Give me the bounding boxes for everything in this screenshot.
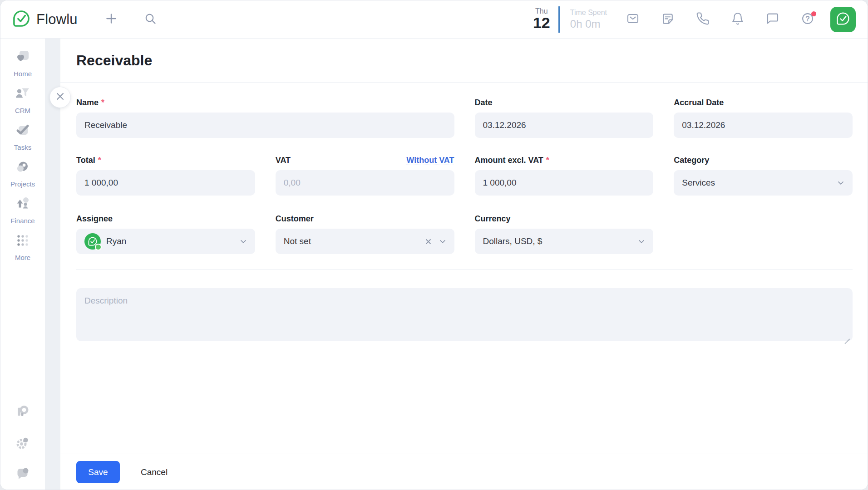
plus-icon (104, 11, 118, 28)
assignee-value: Ryan (106, 236, 235, 246)
description-textarea[interactable] (76, 288, 853, 341)
assignee-avatar (84, 233, 101, 250)
projects-icon (15, 159, 31, 177)
currency-value: Dollars, USD, $ (483, 236, 634, 246)
calendar-divider (558, 6, 560, 33)
notifications-button[interactable] (727, 9, 748, 30)
close-icon (55, 92, 65, 103)
more-grid-icon (15, 232, 31, 250)
assignee-label: Assignee (76, 214, 255, 224)
notes-button[interactable] (657, 9, 678, 30)
time-spent-label: Time Spent (570, 8, 607, 18)
shield-check-icon (836, 11, 850, 28)
customer-value: Not set (284, 236, 425, 246)
alert-dot (811, 11, 816, 16)
sidebar: Home CRM Tasks (0, 39, 45, 490)
currency-label: Currency (475, 214, 654, 224)
sidebar-item-label: Projects (10, 180, 35, 188)
accrual-date-label: Accrual Date (674, 98, 853, 108)
customer-select[interactable]: Not set (276, 229, 454, 254)
cancel-button[interactable]: Cancel (138, 467, 170, 478)
section-divider (76, 270, 853, 270)
main-area: Receivable Name* Date (45, 39, 868, 490)
phone-icon (696, 12, 710, 27)
save-button[interactable]: Save (76, 461, 120, 483)
sidebar-item-finance[interactable]: Finance (10, 196, 35, 225)
amount-excl-vat-input[interactable] (475, 170, 654, 196)
chat-icon (766, 12, 779, 27)
total-input[interactable] (76, 170, 255, 196)
time-spent-value: 0h 0m (570, 18, 607, 30)
chevron-down-icon (438, 237, 447, 246)
svg-text:?: ? (805, 15, 810, 22)
name-field-group: Name* (76, 98, 454, 138)
time-spent[interactable]: Time Spent 0h 0m (570, 8, 607, 30)
topbar-right: Thu 12 Time Spent 0h 0m (533, 6, 856, 33)
assignee-select[interactable]: Ryan (76, 229, 255, 254)
customer-field-group: Customer Not set (276, 214, 454, 254)
name-input[interactable] (76, 113, 454, 138)
sidebar-item-projects[interactable]: Projects (10, 159, 35, 188)
flowlu-logo-icon (12, 10, 30, 29)
date-label: Date (475, 98, 654, 108)
finance-icon (15, 196, 31, 214)
day-number: 12 (533, 15, 550, 31)
category-select[interactable]: Services (674, 170, 853, 196)
required-mark: * (101, 98, 104, 108)
receivable-panel: Receivable Name* Date (60, 39, 868, 490)
customer-label: Customer (276, 214, 454, 224)
without-vat-link[interactable]: Without VAT (406, 156, 454, 165)
calendar-date[interactable]: Thu 12 (533, 7, 550, 31)
clear-icon[interactable] (425, 238, 432, 245)
close-button[interactable] (49, 87, 71, 108)
sidebar-item-label: Tasks (14, 143, 31, 151)
home-icon (15, 49, 31, 67)
search-icon (143, 12, 157, 27)
tasks-icon (15, 122, 31, 140)
product-logo-icon[interactable] (15, 404, 31, 422)
sidebar-item-crm[interactable]: CRM (15, 85, 31, 114)
vat-label-row: VAT Without VAT (276, 155, 454, 165)
chevron-down-icon (239, 237, 248, 246)
vat-field-group: VAT Without VAT (276, 155, 454, 196)
total-field-group: Total* (76, 155, 255, 196)
messenger-button[interactable] (762, 9, 783, 30)
category-value: Services (682, 178, 833, 188)
vat-input[interactable] (276, 170, 454, 196)
date-input[interactable] (475, 113, 654, 138)
search-button[interactable] (140, 10, 160, 29)
required-mark: * (98, 156, 101, 165)
chevron-down-icon (637, 237, 646, 246)
accrual-date-input[interactable] (674, 113, 853, 138)
date-field-group: Date (475, 98, 654, 138)
brand-name: Flowlu (36, 11, 78, 28)
currency-select[interactable]: Dollars, USD, $ (475, 229, 654, 254)
brand[interactable]: Flowlu (12, 10, 78, 29)
bell-icon (731, 12, 745, 27)
total-label: Total* (76, 155, 255, 165)
calls-button[interactable] (692, 9, 713, 30)
name-label: Name* (76, 98, 454, 108)
create-button[interactable] (101, 10, 121, 29)
crm-icon (15, 85, 31, 103)
app-body: Home CRM Tasks (0, 39, 868, 490)
sidebar-item-label: More (15, 254, 30, 261)
account-avatar[interactable] (830, 7, 856, 32)
amount-excl-vat-label: Amount excl. VAT* (475, 155, 654, 165)
mail-button[interactable] (622, 9, 643, 30)
accrual-date-field-group: Accrual Date (674, 98, 853, 138)
page-title: Receivable (76, 52, 152, 69)
top-bar: Flowlu Thu 12 Time Spent 0h 0m (0, 0, 868, 39)
sidebar-item-label: Home (14, 70, 32, 78)
category-field-group: Category Services (674, 155, 853, 196)
panel-header: Receivable (60, 39, 868, 83)
feedback-chat-icon[interactable] (15, 466, 31, 484)
sidebar-item-home[interactable]: Home (14, 49, 32, 78)
sidebar-item-tasks[interactable]: Tasks (14, 122, 31, 151)
sidebar-bottom (15, 404, 31, 484)
app-window: Flowlu Thu 12 Time Spent 0h 0m (0, 0, 868, 490)
settings-gear-icon[interactable] (15, 435, 31, 453)
note-icon (661, 12, 675, 27)
help-button[interactable]: ? (797, 9, 818, 30)
sidebar-item-more[interactable]: More (15, 232, 31, 261)
